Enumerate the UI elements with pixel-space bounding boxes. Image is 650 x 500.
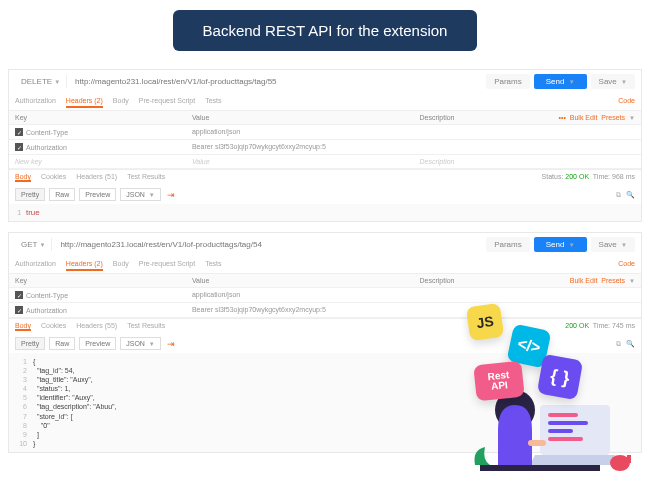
svg-rect-7 [480,465,600,471]
bulk-edit-link[interactable]: Bulk Edit [570,277,598,284]
send-button[interactable]: Send ▼ [534,74,587,89]
header-key[interactable]: Authorization [26,144,67,151]
restab-body[interactable]: Body [15,173,31,182]
search-icon[interactable]: 🔍 [626,340,635,348]
bulk-edit-link[interactable]: Bulk Edit [570,114,598,121]
send-button[interactable]: Send ▼ [534,237,587,252]
raw-button[interactable]: Raw [49,188,75,201]
tab-tests[interactable]: Tests [205,95,221,108]
pretty-button[interactable]: Pretty [15,188,45,201]
wrap-icon[interactable]: ⇥ [167,339,175,349]
presets-link[interactable]: Presets [601,277,625,284]
header-row-new[interactable]: New key Value Description [9,155,641,169]
chevron-down-icon: ▼ [54,79,60,85]
wrap-icon[interactable]: ⇥ [167,190,175,200]
tab-headers[interactable]: Headers (2) [66,258,103,271]
header-row: ✓Content-Type application/json [9,125,641,140]
method-select[interactable]: DELETE▼ [15,75,67,88]
svg-rect-10 [627,455,631,463]
presets-link[interactable]: Presets [601,114,625,121]
response-body-json: 1{ 2 "tag_id": 54, 3 "tag_title": "Auxy"… [9,353,641,452]
restab-body[interactable]: Body [15,322,31,331]
preview-button[interactable]: Preview [79,188,116,201]
header-row: ✓Content-Type application/json [9,288,641,303]
header-value[interactable]: application/json [186,288,414,302]
response-tabs: Body Cookies Headers (51) Test Results S… [9,169,641,185]
header-key[interactable]: Content-Type [26,129,68,136]
restab-cookies[interactable]: Cookies [41,173,66,182]
header-key[interactable]: Content-Type [26,292,68,299]
search-icon[interactable]: 🔍 [626,191,635,199]
col-value: Value [186,111,414,124]
code-link[interactable]: Code [618,95,635,108]
checkbox-icon[interactable]: ✓ [15,306,23,314]
params-button[interactable]: Params [486,237,530,252]
copy-icon[interactable]: ⧉ [616,191,621,199]
status-text: 200 OK Time: 745 ms [565,322,635,331]
status-text: Status: 200 OK Time: 968 ms [542,173,635,182]
chevron-down-icon: ▼ [569,79,575,85]
preview-button[interactable]: Preview [79,337,116,350]
checkbox-icon[interactable]: ✓ [15,291,23,299]
tab-tests[interactable]: Tests [205,258,221,271]
restab-headers[interactable]: Headers (55) [76,322,117,331]
format-select[interactable]: JSON ▼ [120,337,161,350]
save-button[interactable]: Save ▼ [591,237,635,252]
code-link[interactable]: Code [618,258,635,271]
page-title: Backend REST API for the extension [173,10,478,51]
tab-authorization[interactable]: Authorization [15,258,56,271]
header-key[interactable]: Authorization [26,307,67,314]
restab-testresults[interactable]: Test Results [127,173,165,182]
request-panel-delete: DELETE▼ http://magento231.local/rest/en/… [8,69,642,222]
pretty-bar: Pretty Raw Preview JSON ▼ ⇥ ⧉🔍 [9,334,641,353]
header-row: ✓Authorization Bearer sl3f53ojqip70wykgc… [9,140,641,155]
tab-body[interactable]: Body [113,95,129,108]
save-button[interactable]: Save ▼ [591,74,635,89]
restab-testresults[interactable]: Test Results [127,322,165,331]
tab-prerequest[interactable]: Pre-request Script [139,258,195,271]
header-value[interactable]: Bearer sl3f53ojqip70wykgcyt6xxy2mcyup:5 [186,303,414,317]
tab-prerequest[interactable]: Pre-request Script [139,95,195,108]
response-tabs: Body Cookies Headers (55) Test Results 2… [9,318,641,334]
restab-headers[interactable]: Headers (51) [76,173,117,182]
request-tabs: Authorization Headers (2) Body Pre-reque… [9,93,641,111]
tab-body[interactable]: Body [113,258,129,271]
url-input[interactable]: http://magento231.local/rest/en/V1/lof-p… [56,238,482,251]
tab-headers[interactable]: Headers (2) [66,95,103,108]
headers-header-row: Key Value Description Bulk Edit Presets … [9,274,641,288]
pretty-bar: Pretty Raw Preview JSON ▼ ⇥ ⧉🔍 [9,185,641,204]
tab-authorization[interactable]: Authorization [15,95,56,108]
chevron-down-icon: ▼ [621,79,627,85]
url-input[interactable]: http://magento231.local/rest/en/V1/lof-p… [71,75,482,88]
header-value[interactable]: application/json [186,125,414,139]
header-value[interactable]: Bearer sl3f53ojqip70wykgcyt6xxy2mcyup:5 [186,140,414,154]
header-actions: ••• Bulk Edit Presets ▼ [540,111,641,124]
copy-icon[interactable]: ⧉ [616,340,621,348]
header-row: ✓Authorization Bearer sl3f53ojqip70wykgc… [9,303,641,318]
params-button[interactable]: Params [486,74,530,89]
restab-cookies[interactable]: Cookies [41,322,66,331]
checkbox-icon[interactable]: ✓ [15,128,23,136]
request-panel-get: GET▼ http://magento231.local/rest/en/V1/… [8,232,642,453]
request-tabs: Authorization Headers (2) Body Pre-reque… [9,256,641,274]
raw-button[interactable]: Raw [49,337,75,350]
svg-point-9 [610,455,630,471]
col-key: Key [9,111,186,124]
pretty-button[interactable]: Pretty [15,337,45,350]
headers-header-row: Key Value Description ••• Bulk Edit Pres… [9,111,641,125]
checkbox-icon[interactable]: ✓ [15,143,23,151]
col-desc: Description [413,111,539,124]
response-body: 1 true [9,204,641,221]
method-select[interactable]: GET▼ [15,238,52,251]
chevron-down-icon: ▼ [39,242,45,248]
format-select[interactable]: JSON ▼ [120,188,161,201]
